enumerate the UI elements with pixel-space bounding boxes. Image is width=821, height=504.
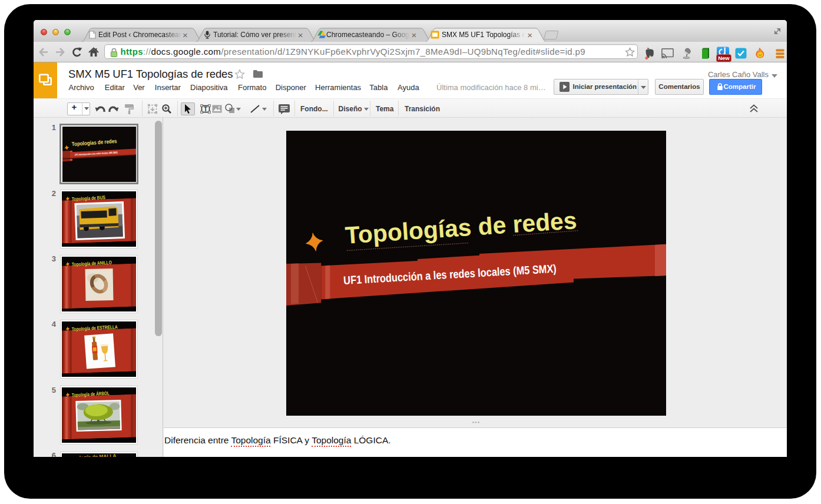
svg-text:T: T [204, 106, 207, 112]
svg-text:logía de MALLA: logía de MALLA [80, 453, 117, 457]
svg-text:New: New [718, 55, 730, 61]
